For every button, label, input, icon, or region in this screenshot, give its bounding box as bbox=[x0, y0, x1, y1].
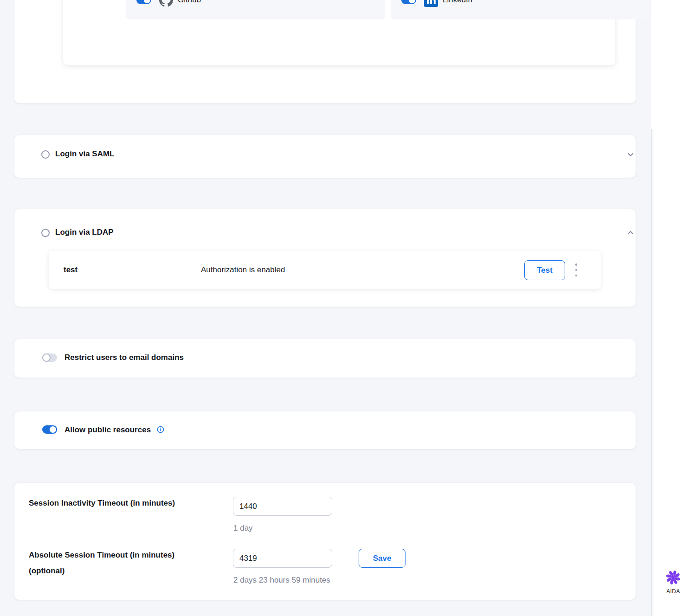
login-modules-card: Bitbucket Google bbox=[14, 0, 636, 103]
ldap-entry-status: Authorization is enabled bbox=[201, 265, 285, 275]
aida-button[interactable]: AIDA bbox=[651, 570, 695, 595]
ldap-radio[interactable] bbox=[41, 229, 50, 237]
right-sidebar bbox=[651, 0, 695, 616]
github-icon bbox=[159, 0, 173, 7]
test-button[interactable]: Test bbox=[524, 260, 565, 280]
restrict-domains-label: Restrict users to email domains bbox=[64, 353, 184, 362]
inactivity-timeout-input[interactable] bbox=[233, 497, 332, 516]
providers-panel: Bitbucket Google bbox=[63, 0, 615, 65]
provider-tile-linkedin: LinkedIn bbox=[391, 0, 650, 19]
linkedin-toggle[interactable] bbox=[401, 0, 416, 4]
save-button[interactable]: Save bbox=[359, 549, 405, 568]
info-icon[interactable] bbox=[154, 426, 164, 435]
chevron-down-icon[interactable] bbox=[626, 150, 635, 159]
absolute-timeout-input[interactable] bbox=[233, 549, 332, 568]
public-resources-text: Allow public resources bbox=[64, 425, 151, 434]
aida-label: AIDA bbox=[651, 588, 695, 595]
restrict-domains-card: Restrict users to email domains bbox=[14, 339, 636, 378]
sidebar-divider bbox=[651, 129, 652, 616]
kebab-menu-icon[interactable] bbox=[573, 263, 579, 276]
session-timeout-card: Session Inactivity Timeout (in minutes) … bbox=[14, 483, 636, 600]
saml-title: Login via SAML bbox=[55, 149, 115, 159]
linkedin-icon bbox=[424, 0, 438, 7]
absolute-timeout-label-line1: Absolute Session Timeout (in minutes) bbox=[29, 547, 219, 563]
github-toggle[interactable] bbox=[136, 0, 151, 4]
inactivity-timeout-label: Session Inactivity Timeout (in minutes) bbox=[29, 495, 175, 511]
aida-logo-icon bbox=[665, 570, 681, 585]
absolute-timeout-hint: 2 days 23 hours 59 minutes bbox=[233, 576, 330, 585]
provider-label: LinkedIn bbox=[443, 0, 472, 5]
inactivity-timeout-hint: 1 day bbox=[233, 524, 253, 533]
auth-settings-page: Bitbucket Google bbox=[0, 0, 695, 616]
restrict-domains-toggle[interactable] bbox=[42, 353, 57, 362]
saml-radio[interactable] bbox=[41, 150, 50, 159]
public-resources-toggle[interactable] bbox=[42, 425, 57, 434]
ldap-entry-name: test bbox=[64, 265, 77, 275]
ldap-entry-row: test Authorization is enabled Test bbox=[49, 251, 601, 289]
provider-label: Github bbox=[178, 0, 201, 5]
absolute-timeout-label: Absolute Session Timeout (in minutes) (o… bbox=[29, 547, 219, 579]
provider-tile-github: Github bbox=[126, 0, 385, 19]
login-via-saml-card: Login via SAML bbox=[14, 135, 636, 178]
absolute-timeout-label-line2: (optional) bbox=[29, 563, 219, 579]
public-resources-label: Allow public resources bbox=[64, 425, 164, 435]
public-resources-card: Allow public resources bbox=[14, 411, 636, 449]
ldap-title: Login via LDAP bbox=[55, 228, 114, 237]
chevron-up-icon[interactable] bbox=[626, 228, 635, 237]
